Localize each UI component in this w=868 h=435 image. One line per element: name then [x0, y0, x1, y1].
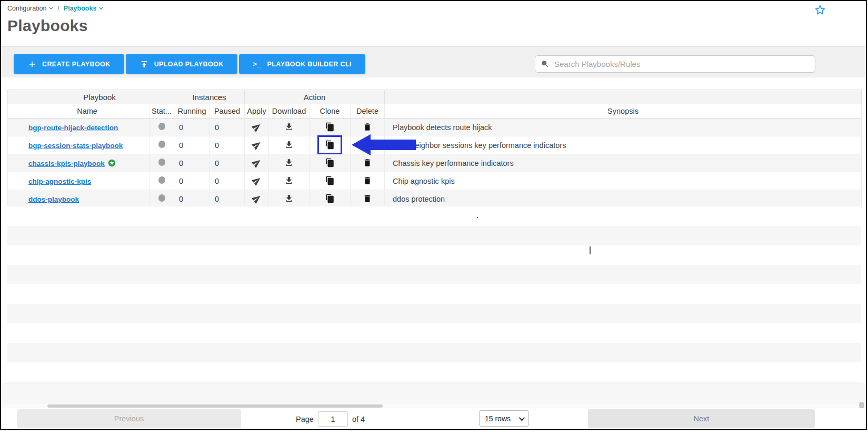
apply-icon[interactable]	[252, 157, 262, 168]
delete-icon[interactable]	[362, 193, 373, 204]
synopsis-text: Chip agnostic kpis	[385, 172, 862, 190]
paused-count: 0	[210, 118, 245, 136]
apply-icon[interactable]	[252, 140, 262, 150]
clone-icon[interactable]	[325, 175, 335, 186]
horizontal-scrollbar[interactable]	[1, 404, 866, 408]
clone-icon[interactable]	[325, 157, 335, 168]
column-header-apply: Apply	[245, 104, 269, 118]
delete-icon[interactable]	[362, 157, 373, 168]
page-control: Page of 4	[296, 411, 365, 427]
playbook-builder-cli-button[interactable]: >_PLAYBOOK BUILDER CLI	[239, 54, 365, 74]
chevron-down-icon	[519, 414, 525, 420]
table-row: ddos-playbook00ddos protection	[8, 190, 862, 208]
button-label: UPLOAD PLAYBOOK	[154, 61, 224, 68]
column-header-running: Running	[174, 104, 210, 118]
plus-icon	[27, 60, 37, 69]
playbook-name-link[interactable]: chassis-kpis-playbook	[28, 160, 105, 167]
status-dot	[158, 141, 165, 148]
apply-icon[interactable]	[252, 193, 262, 204]
row-select-cell	[8, 190, 25, 208]
search-box	[535, 55, 815, 73]
artifact-caret	[590, 246, 591, 254]
playbook-name-link[interactable]: ddos-playbook	[28, 195, 79, 203]
select-column-header	[8, 104, 25, 118]
breadcrumb-playbooks[interactable]: Playbooks	[64, 5, 104, 12]
running-count: 0	[174, 172, 210, 190]
status-dot	[158, 159, 165, 166]
download-icon[interactable]	[284, 175, 294, 186]
delete-icon[interactable]	[362, 175, 373, 186]
column-header-name: Name	[25, 104, 149, 118]
playbooks-table: PlaybookInstancesAction NameStat...Runni…	[7, 90, 861, 208]
group-header-empty	[385, 90, 862, 104]
delete-icon[interactable]	[362, 140, 373, 150]
table-footer-band	[1, 383, 866, 404]
toolbar-button-group: CREATE PLAYBOOKUPLOAD PLAYBOOK>_PLAYBOOK…	[14, 54, 365, 74]
paused-count: 0	[210, 154, 245, 172]
column-header-delete: Delete	[351, 104, 385, 118]
playbook-name-link[interactable]: bgp-session-stats-playbook	[28, 142, 123, 150]
table-row: bgp-session-stats-playbook00BGP neighbor…	[8, 136, 862, 154]
column-header-paused: Paused	[210, 104, 245, 118]
paused-count: 0	[210, 190, 245, 208]
previous-button[interactable]: Previous	[17, 409, 241, 428]
delete-icon[interactable]	[362, 122, 373, 132]
running-count: 0	[174, 190, 210, 208]
playbook-name-link[interactable]: chip-agnostic-kpis	[28, 177, 91, 185]
running-count: 0	[174, 118, 210, 136]
breadcrumb-playbooks-label: Playbooks	[64, 5, 97, 12]
synopsis-text: Playbook detects route hijack	[385, 118, 862, 136]
clone-icon[interactable]	[325, 140, 335, 150]
page-input[interactable]	[318, 411, 348, 427]
create-playbook-button[interactable]: CREATE PLAYBOOK	[14, 54, 124, 74]
download-icon[interactable]	[284, 122, 294, 132]
table-column-header-row: NameStat...RunningPausedApplyDownloadClo…	[8, 104, 862, 118]
pagination-bar: Previous Page of 4 15 rows Next	[1, 408, 866, 429]
synopsis-text: ddos protection	[385, 190, 862, 208]
page-label: Page	[296, 415, 314, 423]
horizontal-scrollbar-thumb[interactable]	[47, 404, 383, 408]
next-button[interactable]: Next	[588, 409, 815, 428]
clone-icon[interactable]	[325, 122, 335, 132]
search-icon	[541, 60, 550, 68]
row-select-cell	[8, 118, 25, 136]
page-total-label: of 4	[352, 415, 365, 423]
breadcrumb-configuration[interactable]: Configuration	[7, 5, 53, 12]
apply-icon[interactable]	[252, 175, 262, 186]
toolbar: CREATE PLAYBOOKUPLOAD PLAYBOOK>_PLAYBOOK…	[1, 46, 866, 77]
search-input[interactable]	[554, 60, 810, 68]
upload-icon	[139, 60, 149, 69]
top-bar: Configuration / Playbooks	[1, 1, 866, 17]
paused-count: 0	[210, 172, 245, 190]
table-row: bgp-route-hijack-detection00Playbook det…	[8, 118, 862, 136]
button-label: PLAYBOOK BUILDER CLI	[267, 61, 352, 68]
playbook-name-link[interactable]: bgp-route-hijack-detection	[28, 124, 118, 132]
upload-playbook-button[interactable]: UPLOAD PLAYBOOK	[126, 54, 237, 74]
chevron-down-icon	[99, 6, 103, 11]
download-icon[interactable]	[284, 140, 294, 150]
column-header-stat: Stat...	[149, 104, 174, 118]
group-header-empty	[8, 90, 25, 104]
paused-count: 0	[210, 136, 245, 154]
column-header-synopsis: Synopsis	[385, 104, 862, 118]
screenshot-canvas: Configuration / Playbooks Playbooks CREA…	[0, 0, 868, 435]
artifact-dot: .	[476, 211, 478, 220]
synopsis-text: BGP neighbor sessions key performance in…	[385, 136, 862, 154]
page-title: Playbooks	[7, 17, 88, 35]
apply-icon[interactable]	[252, 122, 262, 132]
column-header-clone: Clone	[310, 104, 351, 118]
download-icon[interactable]	[284, 193, 294, 204]
favorite-star-icon[interactable]	[814, 4, 826, 16]
star-badge-icon	[108, 159, 116, 167]
running-count: 0	[174, 154, 210, 172]
group-header-playbook: Playbook	[25, 90, 174, 104]
button-label: CREATE PLAYBOOK	[42, 61, 111, 68]
row-select-cell	[8, 172, 25, 190]
status-dot	[158, 176, 165, 184]
breadcrumb-separator: /	[57, 5, 59, 12]
rows-per-page-select[interactable]: 15 rows	[479, 410, 529, 427]
clone-icon[interactable]	[325, 193, 335, 204]
download-icon[interactable]	[284, 157, 294, 168]
chevron-down-icon	[49, 6, 53, 11]
empty-rows	[7, 206, 861, 383]
